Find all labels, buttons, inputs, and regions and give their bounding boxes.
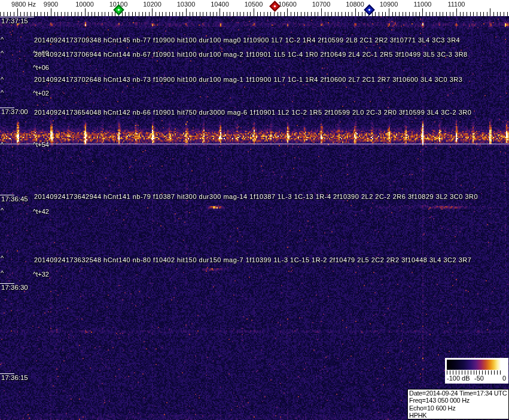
freq-label-10600: 10600: [278, 0, 297, 8]
freq-label-10400: 10400: [211, 0, 229, 8]
event-text-line-0: 20140924173709348 hCnt145 nb-77 f10900 h…: [34, 36, 460, 44]
info-box: Date=2014-09-24 Time=17:34 UTCFreq=143 0…: [407, 389, 509, 419]
time-label-3: 17:36:30: [1, 284, 28, 291]
freq-label-10300: 10300: [177, 0, 196, 8]
info-line-freq: Freq=143 050 000 Hz: [409, 397, 508, 404]
db-gradient-bar: [447, 360, 503, 370]
freq-label-10200: 10200: [143, 0, 161, 8]
db-label-mid: -50: [474, 375, 484, 382]
event-time-tag-1: ^t+06: [33, 64, 49, 71]
event-time-tag-5: ^t+32: [33, 271, 49, 278]
marker-green-center-dot: [117, 8, 120, 11]
event-caret: ^: [1, 255, 4, 262]
marker-blue-center-dot: [368, 8, 371, 11]
freq-label-11100: 11100: [448, 0, 465, 8]
frequency-ruler: 9800 Hz990010000101001020010300104001050…: [0, 0, 509, 16]
db-label-right: 0: [502, 375, 506, 382]
event-caret: ^: [1, 76, 4, 83]
event-caret: ^: [1, 50, 4, 57]
event-caret: ^: [1, 89, 4, 96]
freq-label-10900: 10900: [380, 0, 398, 8]
event-caret: ^: [1, 207, 4, 214]
info-line-echo: Echo=10 600 Hz: [409, 404, 508, 412]
marker-red-center-dot: [273, 5, 276, 7]
time-label-1: 17:37:00: [1, 108, 28, 115]
time-label-2: 17:36:45: [1, 195, 28, 203]
info-line-callsign: HPHK: [409, 412, 508, 419]
time-label-4: 17:36:15: [1, 374, 28, 381]
freq-label-9900: 9900: [44, 0, 58, 8]
event-caret: ^: [1, 269, 4, 277]
event-text-line-2: 20140924173702648 hCnt143 nb-73 f10900 h…: [34, 76, 462, 83]
freq-label-10500: 10500: [245, 0, 263, 8]
time-label-0: 17:37:15: [1, 17, 28, 24]
info-line-date: Date=2014-09-24 Time=17:34 UTC: [409, 390, 508, 397]
freq-label-10000: 10000: [75, 0, 94, 8]
event-time-tag-3: ^t+54: [33, 141, 49, 148]
event-text-line-1: 20140924173706944 hCnt144 nb-67 f10901 h…: [34, 51, 468, 58]
db-color-scale: -100 dB-500: [445, 358, 508, 384]
freq-label-9800: 9800 Hz: [11, 0, 36, 8]
freq-label-11000: 11000: [414, 0, 432, 8]
event-caret: ^: [1, 141, 4, 148]
event-caret: ^: [1, 36, 4, 43]
event-text-line-3: 20140924173654048 hCnt142 nb-66 f10901 h…: [34, 109, 471, 116]
event-time-tag-4: ^t+42: [33, 208, 49, 215]
hphk-spectrogram-app: 9800 Hz990010000101001020010300104001050…: [0, 0, 509, 420]
freq-label-10800: 10800: [346, 0, 364, 8]
event-text-line-5: 20140924173632548 hCnt140 nb-80 f10402 h…: [34, 256, 471, 263]
event-time-tag-2: ^t+02: [33, 90, 49, 97]
db-label-left: -100 dB: [447, 375, 470, 382]
freq-label-10700: 10700: [312, 0, 331, 8]
event-text-line-4: 20140924173642944 hCnt141 nb-79 f10387 h…: [34, 193, 478, 200]
